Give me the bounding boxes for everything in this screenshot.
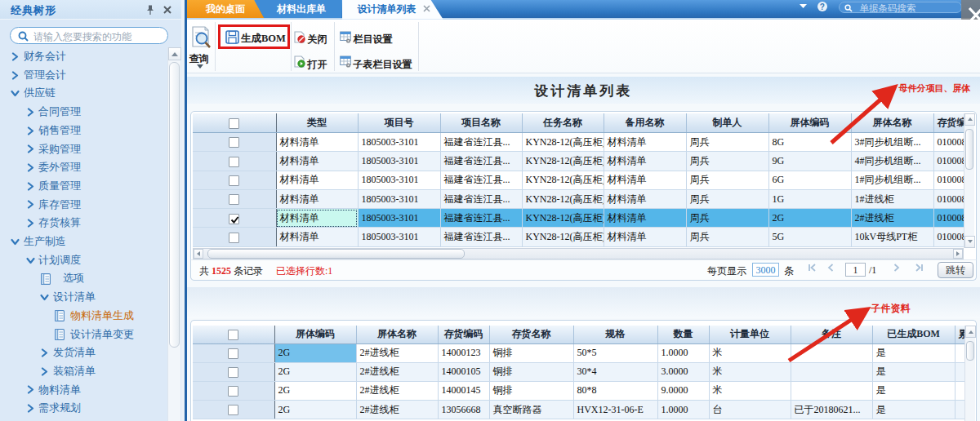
sidebar-search-input[interactable]: 请输入您要搜索的功能 [10,27,168,44]
table-cell[interactable]: 铜排 [489,343,573,362]
table-cell[interactable]: 台 [709,401,791,419]
chevron-right-icon[interactable] [11,47,19,66]
next-page-icon[interactable] [893,264,900,272]
table-cell[interactable]: 米 [709,362,791,381]
tree-item-1[interactable]: 管理会计 [0,66,167,85]
chevron-right-icon[interactable] [27,214,34,233]
table-cell[interactable]: 2G [274,362,356,381]
table-row[interactable]: 2G2#进线柜14000123铜排50*51.0000米是 [193,343,964,362]
help-icon[interactable]: ? [817,2,828,12]
master-vscrollbar-thumb[interactable] [965,129,973,170]
table-cell[interactable]: 010008 [933,133,964,152]
chevron-right-icon[interactable] [27,103,34,122]
table-cell[interactable] [955,343,964,362]
row-checkbox[interactable] [228,405,238,415]
table-cell[interactable]: KYN28-12(高压柜) [522,152,604,171]
row-checkbox[interactable] [228,386,238,397]
table-row[interactable]: 材料清单1805003-3101福建省连江县...KYN28-12(高压柜)材料… [193,133,964,152]
table-cell[interactable]: 14000123 [438,343,489,362]
column-header[interactable]: 累计 [955,326,964,343]
table-cell[interactable]: 9G [768,152,851,171]
table-row[interactable]: 材料清单1805003-3101福建省连江县...KYN28-12(高压柜)材料… [193,228,964,246]
column-header[interactable]: 存货编码 [933,113,964,133]
row-checkbox[interactable] [229,137,239,148]
table-cell[interactable]: 米 [709,343,791,362]
table-cell[interactable] [791,381,872,400]
tree-item-13[interactable]: 设计清单 [0,288,167,307]
chevron-right-icon[interactable] [11,66,19,85]
chevron-right-icon[interactable] [27,122,34,140]
tree-item-7[interactable]: 质量管理 [0,177,167,196]
scroll-up-icon[interactable] [964,113,975,126]
table-cell[interactable] [955,362,964,381]
table-cell[interactable]: 3#同步机组断... [851,133,933,152]
pin-icon[interactable] [145,4,156,16]
table-cell[interactable]: 材料清单 [604,228,686,246]
column-header[interactable]: 存货编码 [438,326,489,343]
table-cell[interactable]: 010008 [933,228,964,246]
column-header[interactable]: 规格 [573,326,657,343]
table-cell[interactable]: 材料清单 [604,209,686,228]
table-cell[interactable]: 材料清单 [604,133,686,152]
table-cell[interactable]: KYN28-12(高压柜) [522,209,604,228]
scroll-right-icon[interactable] [953,249,963,259]
table-cell[interactable]: 周兵 [686,209,768,228]
table-cell[interactable]: 福建省连江县... [440,209,522,228]
master-hscrollbar[interactable] [193,248,964,260]
row-checkbox[interactable] [229,194,239,205]
column-header[interactable]: 制单人 [686,113,768,133]
column-header[interactable]: 存货名称 [489,326,573,343]
row-checkbox[interactable] [229,118,239,129]
table-cell[interactable]: 福建省连江县... [440,228,522,246]
table-cell[interactable]: 5G [768,228,851,246]
column-header[interactable]: 备注 [791,326,872,343]
scroll-up-icon[interactable] [168,47,181,60]
table-cell[interactable]: 10kV母线PT柜 [851,228,933,246]
tab-close-icon[interactable] [423,5,430,12]
scroll-down-icon[interactable] [964,236,975,248]
chevron-right-icon[interactable] [27,399,34,418]
table-cell[interactable]: 是 [872,343,955,362]
table-cell[interactable] [791,362,872,381]
table-cell[interactable]: 1805003-3101 [358,209,440,228]
tree-item-2[interactable]: 供应链 [0,84,167,103]
scroll-up-icon[interactable] [965,326,976,338]
table-cell[interactable]: 福建省连江县... [440,171,522,189]
first-page-icon[interactable] [808,264,817,272]
table-cell[interactable]: 3.0000 [657,362,709,381]
table-cell[interactable]: 1#进线柜 [851,189,933,208]
table-row[interactable]: 材料清单1805003-3101福建省连江县...KYN28-12(高压柜)材料… [193,171,964,189]
table-cell[interactable]: HVX12-31-06-E [573,401,657,419]
chevron-down-icon[interactable] [27,251,34,270]
table-cell[interactable]: 已于20180621... [791,401,872,419]
tree-item-3[interactable]: 合同管理 [0,103,167,122]
table-cell[interactable]: 2G [274,381,356,400]
table-row[interactable]: 2G2#进线柜14000105铜排30*43.0000米是 [193,362,964,381]
row-checkbox[interactable] [229,175,239,186]
table-cell[interactable]: 福建省连江县... [440,189,522,208]
table-cell[interactable]: 材料清单 [604,189,686,208]
dropdown-caret-icon[interactable] [799,3,808,9]
table-cell[interactable]: 周兵 [686,133,768,152]
table-cell[interactable]: 4#同步机组断... [851,152,933,171]
tree-item-4[interactable]: 销售管理 [0,122,167,140]
table-row[interactable]: 2G2#进线柜14000145铜排80*89.0000米是 [193,381,964,400]
table-cell[interactable]: 铜排 [489,362,573,381]
table-cell[interactable]: 010008 [933,171,964,189]
table-cell[interactable]: 福建省连江县... [440,133,522,152]
table-cell[interactable]: 30*4 [573,362,657,381]
table-cell[interactable]: 14000105 [438,362,489,381]
table-cell[interactable]: 13056668 [438,401,489,419]
tree-item-17[interactable]: 装箱清单 [0,362,167,381]
table-cell[interactable]: 2#进线柜 [356,381,438,400]
table-cell[interactable]: 1G [768,189,851,208]
row-checkbox[interactable] [229,157,239,167]
master-hscrollbar-thumb[interactable] [207,249,465,259]
row-checkbox[interactable] [229,233,239,243]
table-cell[interactable]: 材料清单 [276,133,358,152]
tree-item-8[interactable]: 库存管理 [0,196,167,215]
table-cell[interactable]: 010008 [933,189,964,208]
table-cell[interactable]: 1805003-3101 [358,152,440,171]
chevron-right-icon[interactable] [27,158,34,177]
master-vscrollbar[interactable] [964,113,974,248]
